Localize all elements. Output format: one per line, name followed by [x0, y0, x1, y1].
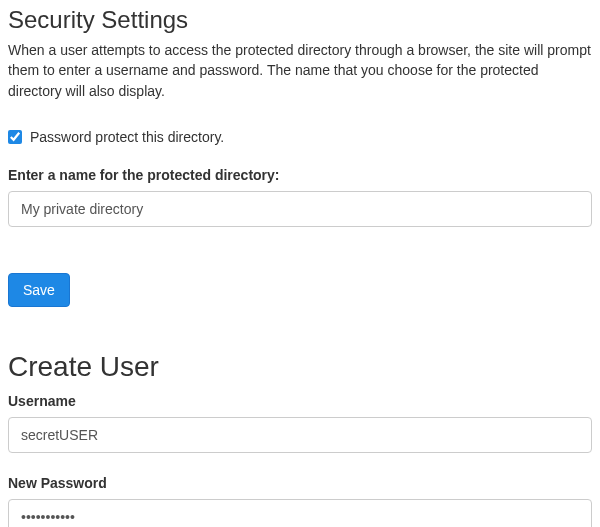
password-protect-checkbox[interactable]: [8, 130, 22, 144]
username-input[interactable]: [8, 417, 592, 453]
password-protect-row: Password protect this directory.: [8, 129, 592, 145]
directory-name-block: Enter a name for the protected directory…: [8, 167, 592, 227]
username-label: Username: [8, 393, 592, 409]
security-settings-description: When a user attempts to access the prote…: [8, 40, 592, 101]
save-button[interactable]: Save: [8, 273, 70, 307]
directory-name-label: Enter a name for the protected directory…: [8, 167, 592, 183]
directory-name-input[interactable]: [8, 191, 592, 227]
username-block: Username: [8, 393, 592, 453]
new-password-label: New Password: [8, 475, 592, 491]
new-password-input[interactable]: [8, 499, 592, 527]
password-protect-label: Password protect this directory.: [30, 129, 224, 145]
create-user-heading: Create User: [8, 351, 592, 383]
password-block: New Password: [8, 475, 592, 527]
security-settings-heading: Security Settings: [8, 6, 592, 34]
